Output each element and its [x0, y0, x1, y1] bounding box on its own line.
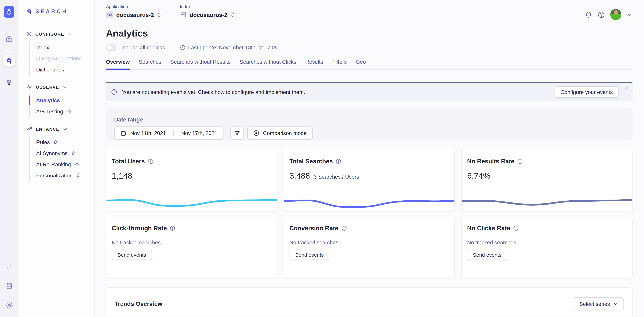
lightbulb-icon: [6, 78, 13, 86]
sidebar-item-ab-testing[interactable]: A/B Testing: [36, 106, 94, 117]
event-cards-row: Click-through Rate No tracked searches S…: [106, 217, 632, 278]
activity-icon: [26, 84, 32, 90]
total-users-card: Total Users 1,148: [106, 150, 277, 212]
recommend-button[interactable]: [3, 76, 15, 88]
application-select[interactable]: D2 docusaurus-2: [106, 11, 162, 18]
configure-events-button[interactable]: Configure your events: [555, 86, 618, 98]
play-circle-icon: [253, 130, 260, 136]
avatar[interactable]: [610, 9, 622, 20]
star-icon: [66, 109, 72, 114]
date-range-panel: Date range Nov 11th, 2021 Nov 17th, 2021: [106, 108, 632, 140]
card-value: 1,148: [112, 171, 132, 181]
page-title: Analytics: [106, 28, 632, 39]
date-range-button[interactable]: Nov 11th, 2021 Nov 17th, 2021: [114, 126, 224, 140]
tab-overview[interactable]: Overview: [106, 59, 130, 70]
card-title: Click-through Rate: [112, 224, 167, 232]
chevron-down-icon: [68, 32, 72, 36]
account-menu-button[interactable]: [627, 12, 632, 18]
tab-geo[interactable]: Geo: [356, 59, 366, 70]
settings-button[interactable]: [3, 300, 15, 311]
bar-chart-icon: [6, 262, 13, 270]
tab-searches-without-results[interactable]: Searches without Results: [170, 59, 230, 70]
stopwatch-icon: [6, 8, 12, 15]
sidebar-item-personalization[interactable]: Personalization: [36, 170, 94, 181]
index-select[interactable]: docusaurus-2: [180, 11, 235, 18]
sidebar-item-ai-re-ranking[interactable]: AI Re-Ranking: [36, 159, 94, 170]
star-icon: [76, 173, 81, 178]
info-icon[interactable]: [170, 225, 176, 231]
section-head-configure[interactable]: CONFIGURE: [18, 30, 94, 38]
info-icon[interactable]: [513, 225, 519, 231]
algolia-logo[interactable]: [4, 6, 14, 18]
sidebar-item-analytics[interactable]: Analytics: [36, 95, 94, 106]
date-end: Nov 17th, 2021: [181, 130, 217, 136]
trends-overview-card: Trends Overview Select series: [106, 288, 632, 317]
home-button[interactable]: [3, 33, 15, 45]
info-icon[interactable]: [148, 158, 154, 164]
send-events-button[interactable]: Send events: [467, 250, 507, 260]
section-head-enhance[interactable]: ENHANCE: [18, 125, 94, 133]
comparison-mode-button[interactable]: Comparison mode: [248, 126, 312, 140]
close-icon: [625, 86, 629, 91]
notifications-button[interactable]: [585, 11, 592, 18]
trending-up-icon: [26, 126, 32, 132]
tab-searches[interactable]: Searches: [139, 59, 161, 70]
sidebar-item-query-suggestions[interactable]: Query Suggestions: [36, 53, 94, 64]
send-events-button[interactable]: Send events: [112, 250, 152, 260]
date-range-label: Date range: [114, 108, 624, 123]
chevron-down-icon: [63, 127, 67, 131]
include-replicas-toggle[interactable]: ✕: [106, 44, 117, 51]
sidebar-item-dictionaries[interactable]: Dictionaries: [36, 64, 94, 75]
sidebar-item-label: Dictionaries: [36, 66, 64, 73]
no-results-rate-sparkline: [462, 194, 632, 208]
card-title: Total Users: [112, 158, 145, 164]
click-through-rate-card: Click-through Rate No tracked searches S…: [106, 217, 277, 278]
sidebar-item-label: AI Synonyms: [36, 150, 68, 156]
section-label: OBSERVE: [36, 85, 59, 90]
index-rows-icon: [180, 11, 187, 18]
date-start: Nov 11th, 2021: [130, 130, 166, 136]
help-button[interactable]: [598, 11, 605, 18]
sidebar-item-label: AI Re-Ranking: [36, 161, 71, 168]
send-events-button[interactable]: Send events: [290, 250, 330, 260]
chevron-up-down-icon: [230, 12, 235, 18]
banner-message: You are not sending events yet. Check ho…: [111, 89, 305, 95]
chevron-down-icon: [613, 302, 618, 306]
banner-close-button[interactable]: [625, 86, 629, 91]
no-results-rate-card: No Results Rate 6.74%: [462, 150, 632, 212]
search-product-button[interactable]: [3, 56, 15, 66]
application-selector: Application D2 docusaurus-2: [106, 4, 162, 18]
section-label: ENHANCE: [36, 126, 59, 131]
select-series-button[interactable]: Select series: [574, 297, 624, 310]
sidebar-item-rules[interactable]: Rules: [36, 137, 94, 148]
info-icon[interactable]: [336, 158, 342, 164]
tab-results[interactable]: Results: [305, 59, 323, 70]
usage-button[interactable]: [3, 260, 15, 272]
info-icon[interactable]: [341, 225, 347, 231]
empty-state-text: No tracked searches: [290, 240, 454, 246]
conversion-rate-card: Conversion Rate No tracked searches Send…: [284, 217, 455, 278]
sidebar-item-label: Personalization: [36, 172, 73, 178]
calendar-icon: [120, 130, 126, 136]
sidebar: SEARCH CONFIGURE: [18, 0, 95, 317]
card-value: 6.74%: [467, 171, 490, 181]
events-banner: You are not sending events yet. Check ho…: [106, 82, 632, 101]
tab-searches-without-clicks[interactable]: Searches without Clicks: [240, 59, 296, 70]
search-magnifier-icon: [26, 8, 32, 14]
sidebar-item-ai-synonyms[interactable]: AI Synonyms: [36, 148, 94, 159]
data-button[interactable]: [3, 280, 15, 292]
main-content: Application D2 docusaurus-2 Index docu: [95, 0, 644, 317]
home-icon: [5, 35, 13, 43]
metric-cards-row: Total Users 1,148 Total Searches: [106, 150, 632, 212]
info-icon[interactable]: [517, 158, 523, 164]
empty-state-text: No tracked searches: [467, 240, 632, 246]
sidebar-item-index[interactable]: Index: [36, 42, 94, 53]
info-icon: [111, 89, 118, 95]
nav-section-enhance: ENHANCE Rules AI Synonyms AI Re-Ranking: [18, 125, 94, 182]
select-series-label: Select series: [579, 301, 610, 307]
tab-filters[interactable]: Filters: [332, 59, 347, 70]
filter-button[interactable]: [230, 126, 244, 140]
application-badge: D2: [106, 11, 114, 18]
section-head-observe[interactable]: OBSERVE: [18, 83, 94, 91]
include-replicas-label: Include all replicas: [121, 44, 165, 50]
